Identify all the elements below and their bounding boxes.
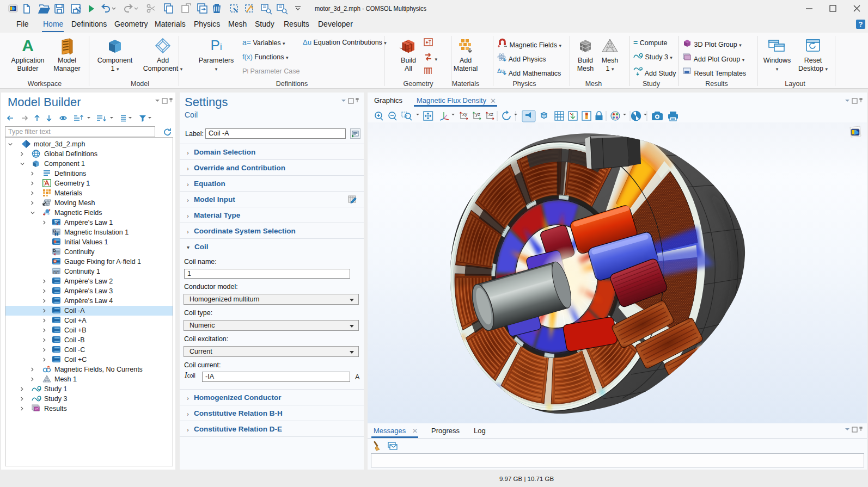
svg-text:DC: DC: [53, 271, 59, 275]
svg-text:D: D: [54, 219, 58, 224]
svg-text:▮▮: ▮▮: [54, 232, 59, 236]
svg-text:xz: xz: [488, 112, 494, 117]
svg-text:yz: yz: [475, 112, 481, 117]
svg-text:xy: xy: [462, 112, 468, 117]
svg-text:Δu: Δu: [497, 67, 504, 74]
svg-text:motor_3d_2.mph - COMSOL Multip: motor_3d_2.mph - COMSOL Multiphysics: [315, 5, 426, 13]
svg-text:D: D: [53, 248, 56, 253]
